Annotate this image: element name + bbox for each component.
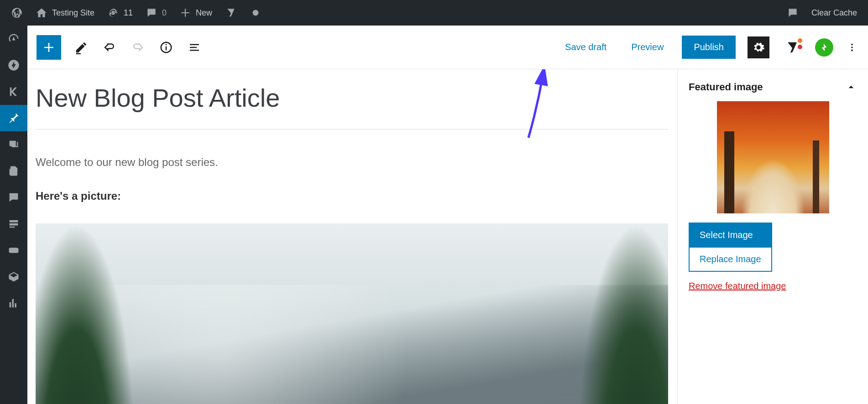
updates-link[interactable]: 11 [101,0,139,26]
wp-logo[interactable] [5,0,29,26]
comment-icon [7,191,20,204]
yoast-dot-red [798,45,802,49]
svg-rect-6 [166,44,167,45]
svg-rect-5 [166,46,167,50]
chevron-up-icon [845,81,857,93]
clear-cache-label: Clear Cache [811,8,857,18]
woo-icon [7,244,20,257]
admin-sidebar [0,26,27,404]
inspector-panel: Featured image Select Image Replace Imag… [677,69,868,404]
svg-point-0 [253,10,259,16]
pages-icon [7,165,20,177]
more-options-button[interactable] [845,36,859,58]
media-icon [7,138,20,151]
editor-canvas[interactable]: New Blog Post Article Welcome to our new… [27,69,677,404]
sidebar-k[interactable] [0,78,27,105]
svg-rect-2 [9,248,19,253]
update-icon [107,7,119,19]
undo-icon [103,41,116,54]
preview-button[interactable]: Preview [625,37,670,57]
sidebar-products[interactable] [0,264,27,290]
image-block[interactable] [36,223,668,404]
settings-button[interactable] [748,36,769,58]
redo-icon [131,41,145,54]
wordpress-icon [11,7,23,19]
pin-icon [7,112,20,124]
sidebar-dashboard[interactable] [0,26,27,52]
paragraph-block-bold[interactable]: Here's a picture: [36,190,668,202]
letter-k-icon [7,85,20,98]
panel-title: Featured image [689,81,763,93]
bolt-icon [819,42,829,52]
sidebar-posts[interactable] [0,105,27,131]
sidebar-amp[interactable] [0,52,27,78]
new-label: New [196,8,212,18]
home-icon [36,7,47,19]
edit-mode-button[interactable] [73,39,89,56]
form-icon [7,218,20,230]
svg-point-8 [851,47,853,48]
yoast-adminbar[interactable] [219,0,243,26]
update-count: 11 [124,8,133,18]
post-title[interactable]: New Blog Post Article [36,83,668,129]
svg-point-7 [851,43,853,45]
yoast-panel-button[interactable] [781,36,803,58]
outline-button[interactable] [186,39,203,56]
replace-image-button[interactable]: Replace Image [689,248,772,272]
svg-point-9 [851,49,853,51]
svg-rect-3 [76,53,81,54]
featured-image-panel-toggle[interactable]: Featured image [678,69,868,101]
sidebar-analytics[interactable] [0,290,27,316]
bars-icon [7,297,20,310]
paragraph-block[interactable]: Welcome to our new blog post series. [36,156,668,169]
clear-cache[interactable]: Clear Cache [805,0,863,26]
comments-link[interactable]: 0 [139,0,173,26]
status-dot[interactable] [243,0,268,26]
notification-icon [787,7,799,19]
info-button[interactable] [158,39,174,56]
select-image-button[interactable]: Select Image [689,223,772,248]
add-block-button[interactable] [37,35,61,60]
admin-bar: Testing Site 11 0 New Clear Cache [0,0,868,26]
redo-button[interactable] [130,39,146,56]
sidebar-media[interactable] [0,131,27,158]
sidebar-woo[interactable] [0,237,27,264]
editor: Save draft Preview Publish New Blog Post… [27,26,868,404]
cache-notify[interactable] [780,0,805,26]
yoast-icon [225,7,237,19]
sidebar-forms[interactable] [0,211,27,237]
site-name: Testing Site [52,8,94,18]
new-link[interactable]: New [173,0,219,26]
comment-count: 0 [162,8,167,18]
gear-icon [752,41,765,54]
publish-button[interactable]: Publish [682,36,736,59]
sidebar-comments[interactable] [0,184,27,211]
sidebar-pages[interactable] [0,158,27,184]
site-link[interactable]: Testing Site [29,0,101,26]
undo-button[interactable] [101,39,118,56]
comment-icon [146,7,157,19]
remove-featured-image-link[interactable]: Remove featured image [689,281,786,291]
plus-icon [42,41,56,54]
pencil-icon [74,41,88,54]
save-draft-button[interactable]: Save draft [559,37,613,57]
dashboard-icon [7,32,20,45]
circle-icon [250,7,261,19]
featured-image-thumbnail[interactable] [717,101,829,213]
bolt-circle-icon [7,59,20,72]
box-icon [7,270,20,283]
list-icon [188,41,201,54]
jetpack-button[interactable] [815,38,833,57]
info-icon [159,41,173,54]
more-vertical-icon [847,42,857,52]
plus-icon [179,7,191,19]
yoast-dot-orange [798,38,802,43]
editor-toolbar: Save draft Preview Publish [27,26,868,69]
